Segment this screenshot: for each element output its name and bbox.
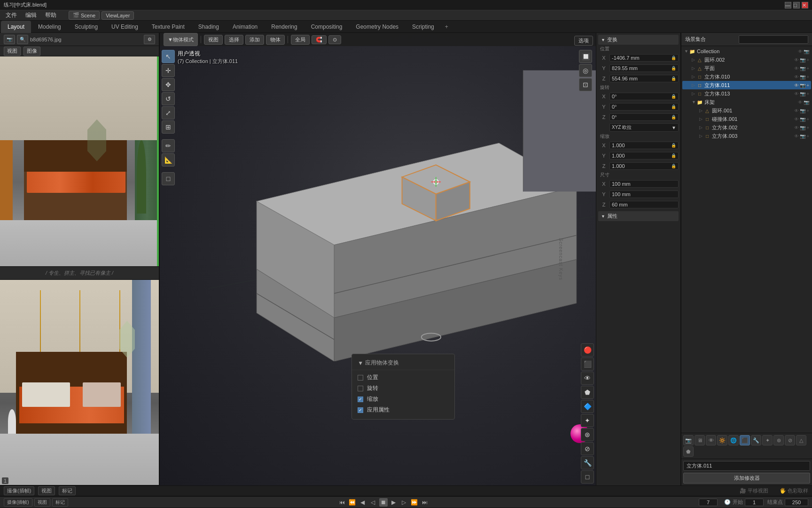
prop-particles-btn[interactable]: ✦ bbox=[762, 435, 773, 445]
sel-011[interactable]: + bbox=[806, 83, 809, 88]
tab-rendering[interactable]: Rendering bbox=[265, 21, 304, 33]
prop-view-btn[interactable]: 👁 bbox=[706, 435, 716, 445]
timeline-markers-btn[interactable]: 标记 bbox=[52, 498, 68, 507]
prop-constraints-btn[interactable]: ⊘ bbox=[785, 435, 795, 445]
outliner-search-input[interactable] bbox=[739, 35, 808, 44]
markers-btn[interactable]: 标记 bbox=[59, 486, 76, 495]
render-cube003[interactable]: 📷 bbox=[800, 134, 805, 139]
timeline-view-btn[interactable]: 视图 bbox=[34, 498, 50, 507]
move-tool[interactable]: ✥ bbox=[162, 78, 175, 91]
timeline-capture-btn[interactable]: 摄像(插帧) bbox=[4, 498, 32, 507]
menu-help[interactable]: 帮助 bbox=[41, 10, 60, 20]
render-bedframe[interactable]: 📷 bbox=[804, 100, 809, 105]
jump-start-btn[interactable]: ⏮ bbox=[338, 498, 346, 507]
tree-item-collection[interactable]: ▼ 📁 Collection 👁 📷 bbox=[682, 47, 811, 56]
view-btn-img[interactable]: 视图 bbox=[4, 47, 21, 56]
prop-modifier-btn[interactable]: 🔧 bbox=[751, 435, 761, 445]
tree-item-cube-002[interactable]: ▷ □ 立方体.002 👁 📷 + bbox=[682, 123, 811, 132]
expand-bedframe[interactable]: ▼ bbox=[692, 100, 696, 104]
prop-object-btn[interactable]: ⬛ bbox=[740, 435, 750, 445]
tab-scripting[interactable]: Scripting bbox=[406, 21, 441, 33]
pos-z-field[interactable]: 554.96 mm 🔒 bbox=[609, 75, 679, 82]
rotation-checkbox[interactable] bbox=[358, 386, 363, 391]
tab-geometry-nodes[interactable]: Geometry Nodes bbox=[349, 21, 405, 33]
rot-z-field[interactable]: 0° 🔒 bbox=[609, 113, 679, 121]
render-c001[interactable]: 📷 bbox=[800, 117, 805, 122]
selection-options-label[interactable]: 选项 bbox=[574, 36, 593, 46]
prev-frame-btn[interactable]: ⏪ bbox=[348, 498, 357, 507]
select-tool[interactable]: ↖ bbox=[162, 50, 175, 63]
tab-shading[interactable]: Shading bbox=[192, 21, 226, 33]
object-properties-btn[interactable]: □ bbox=[581, 470, 594, 484]
play-reverse-btn[interactable]: ◁ bbox=[369, 498, 377, 507]
capture-btn[interactable]: 撮像(插帧) bbox=[4, 486, 34, 495]
prop-output-btn[interactable]: 🖥 bbox=[695, 435, 705, 445]
select-menu[interactable]: 选择 bbox=[225, 35, 243, 45]
next-keyframe-btn[interactable]: ▷ bbox=[400, 498, 408, 507]
object-menu[interactable]: 物体 bbox=[266, 35, 285, 45]
sel-icon-plane[interactable]: + bbox=[806, 66, 809, 71]
menu-file[interactable]: 文件 bbox=[2, 10, 21, 20]
sel-013[interactable]: + bbox=[806, 91, 809, 96]
stop-btn[interactable]: ⏹ bbox=[379, 498, 388, 507]
expand-cube-010[interactable]: ▷ bbox=[692, 74, 696, 79]
viewport-3d[interactable]: ▼ 物体模式 视图 选择 添加 物体 全局 🧲 ⊙ ↖ ✛ ✥ ↺ ⤢ ⊞ ✏ … bbox=[160, 33, 596, 485]
viewport-shading-btn[interactable]: 🔲 bbox=[579, 50, 592, 63]
tree-item-cube-013[interactable]: ▷ □ 立方体.013 👁 📷 + bbox=[682, 89, 811, 98]
expand-cube-013[interactable]: ▷ bbox=[692, 91, 696, 96]
expand-plane[interactable]: ▷ bbox=[692, 66, 696, 71]
vis-013[interactable]: 👁 bbox=[794, 91, 799, 96]
visibility-icon[interactable]: 👁 bbox=[798, 49, 803, 54]
rot-x-lock[interactable]: 🔒 bbox=[671, 94, 676, 99]
transform-header[interactable]: 变换 bbox=[598, 35, 679, 45]
scale-z-field[interactable]: 1.000 🔒 bbox=[609, 162, 679, 170]
current-frame-field[interactable]: 7 bbox=[699, 499, 718, 506]
vis-icon[interactable]: 👁 bbox=[794, 57, 799, 63]
expand-collection[interactable]: ▼ bbox=[684, 49, 689, 54]
vis-011[interactable]: 👁 bbox=[794, 83, 799, 88]
render-r001[interactable]: 📷 bbox=[800, 108, 805, 113]
cursor-tool[interactable]: ✛ bbox=[162, 64, 175, 77]
scale-z-lock[interactable]: 🔒 bbox=[671, 164, 676, 168]
tab-sculpting[interactable]: Sculpting bbox=[68, 21, 104, 33]
measure-tool[interactable]: 📐 bbox=[162, 153, 175, 167]
tab-layout[interactable]: Layout bbox=[1, 21, 31, 33]
play-btn[interactable]: ▶ bbox=[390, 498, 398, 507]
pos-y-field[interactable]: 829.55 mm 🔒 bbox=[609, 64, 679, 72]
dim-y-field[interactable]: 100 mm bbox=[609, 190, 679, 198]
pos-y-lock[interactable]: 🔒 bbox=[671, 66, 676, 71]
render-cube002[interactable]: 📷 bbox=[800, 125, 805, 130]
pos-x-lock[interactable]: 🔒 bbox=[671, 56, 676, 60]
tab-uv-editing[interactable]: UV Editing bbox=[105, 21, 145, 33]
tree-item-cube-010[interactable]: ▷ □ 立方体.010 👁 📷 + bbox=[682, 72, 811, 81]
vis-010[interactable]: 👁 bbox=[794, 74, 799, 79]
annotate-tool[interactable]: ✏ bbox=[162, 139, 175, 152]
pos-z-lock[interactable]: 🔒 bbox=[671, 76, 676, 81]
vis-cube003[interactable]: 👁 bbox=[794, 134, 799, 139]
vis-cube002[interactable]: 👁 bbox=[794, 125, 799, 130]
add-modifier-button[interactable]: 添加修改器 bbox=[683, 473, 810, 484]
popup-item-position[interactable]: 位置 bbox=[352, 372, 454, 383]
physics-btn[interactable]: ⊛ bbox=[581, 428, 594, 441]
scale-y-lock[interactable]: 🔒 bbox=[671, 153, 676, 158]
sel-cube003[interactable]: + bbox=[806, 134, 809, 139]
xray-btn[interactable]: ⊡ bbox=[579, 78, 592, 91]
viewer-zoom-button[interactable]: 🔍 bbox=[17, 35, 28, 44]
expand-ring-002[interactable]: ▷ bbox=[692, 57, 696, 62]
image-slot-1[interactable] bbox=[0, 56, 159, 267]
tree-item-ring-002[interactable]: ▷ △ 圆环.002 👁 📷 + bbox=[682, 56, 811, 64]
constraints-btn[interactable]: ⊘ bbox=[581, 442, 594, 455]
euler-selector[interactable]: XYZ 欧拉 ▼ bbox=[609, 123, 679, 132]
proportional-edit[interactable]: ⊙ bbox=[328, 35, 341, 44]
sel-c001[interactable]: + bbox=[806, 117, 809, 122]
prop-data-btn[interactable]: △ bbox=[796, 435, 806, 445]
expand-cube-011[interactable]: ▷ bbox=[692, 83, 696, 87]
popup-item-apply-props[interactable]: ✓ 应用属性 bbox=[352, 405, 454, 415]
rot-z-lock[interactable]: 🔒 bbox=[671, 115, 676, 119]
pos-x-field[interactable]: -1406.7 mm 🔒 bbox=[609, 54, 679, 62]
object-name-field[interactable]: 立方体.011 bbox=[683, 461, 810, 471]
expand-cube-002[interactable]: ▷ bbox=[699, 125, 704, 130]
sel-r001[interactable]: + bbox=[806, 108, 809, 113]
close-button[interactable]: ✕ bbox=[802, 2, 808, 8]
view-layer-selector[interactable]: ViewLayer bbox=[102, 11, 134, 20]
